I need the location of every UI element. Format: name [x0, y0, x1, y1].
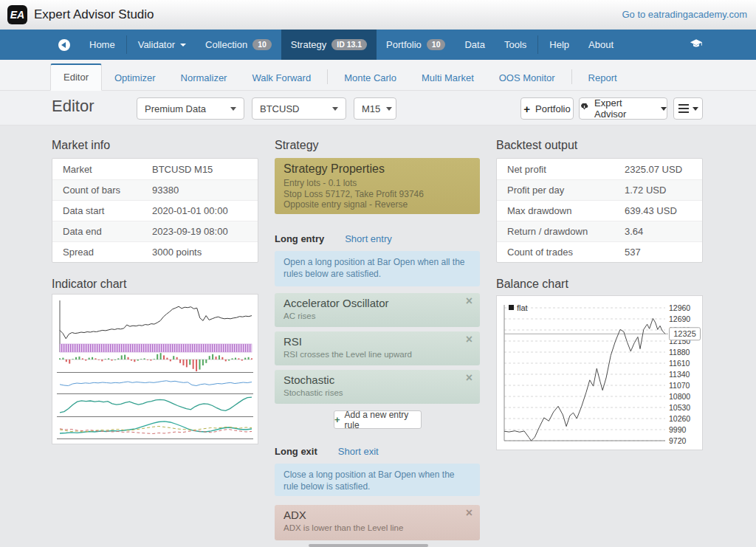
exit-info-box: Close a long position at Bar Open when t… — [275, 464, 480, 496]
row-value: 537 — [625, 247, 641, 258]
external-site-link[interactable]: Go to eatradingacademy.com — [622, 9, 747, 20]
tab-short-exit[interactable]: Short exit — [338, 446, 379, 457]
indicator-chart-title: Indicator chart — [52, 278, 126, 291]
close-icon[interactable]: × — [466, 371, 472, 385]
close-icon[interactable]: × — [466, 333, 472, 346]
expert-advisor-button[interactable]: Expert Advisor — [579, 97, 667, 120]
nav-about-label: About — [588, 39, 614, 50]
tab-divider — [327, 69, 328, 84]
table-row: Data end 2023-09-19 08:00 — [52, 221, 258, 241]
nav-data-label: Data — [464, 39, 484, 50]
svg-text:11070: 11070 — [669, 381, 690, 390]
close-icon[interactable]: × — [466, 295, 472, 308]
nav-collection-label: Collection — [205, 39, 247, 50]
row-value: 2325.07 USD — [625, 164, 682, 175]
tab-short-entry[interactable]: Short entry — [345, 233, 392, 244]
close-icon[interactable]: × — [466, 506, 472, 520]
strategy-properties-card[interactable]: Strategy Properties Entry lots - 0.1 lot… — [275, 158, 480, 214]
row-label: Net profit — [497, 164, 625, 175]
svg-text:9990: 9990 — [669, 425, 687, 434]
table-row: Net profit 2325.07 USD — [497, 159, 702, 179]
rule-description: Stochastic rises — [284, 388, 471, 397]
add-entry-rule-button[interactable]: + Add a new entry rule — [334, 410, 422, 429]
svg-text:12960: 12960 — [669, 303, 690, 312]
row-label: Market — [52, 164, 152, 175]
backtest-output-title: Backtest output — [496, 139, 577, 152]
rule-name: RSI — [284, 335, 471, 348]
svg-text:10800: 10800 — [669, 392, 690, 401]
graduation-cap-icon[interactable] — [690, 38, 703, 52]
timeframe-select[interactable]: M15 — [354, 97, 396, 120]
nav-divider — [126, 35, 127, 54]
symbol-select[interactable]: BTCUSD — [252, 97, 346, 120]
rule-description: RSI crosses the Level line upward — [284, 350, 471, 359]
row-value: 1.72 USD — [625, 185, 666, 196]
row-value: 93380 — [152, 185, 179, 196]
nav-portfolio-label: Portfolio — [386, 39, 422, 50]
table-row: Spread 3000 points — [52, 241, 258, 262]
row-label: Spread — [52, 247, 152, 258]
entry-rule-stochastic[interactable]: Stochastic Stochastic rises × — [275, 370, 480, 404]
balance-chart-canvas: 1296012690124201215011880116101134011070… — [497, 296, 702, 450]
nav-item-about[interactable]: About — [579, 30, 623, 60]
nav-item-home[interactable]: Home — [80, 30, 125, 60]
nav-home-label: Home — [89, 39, 115, 50]
nav-item-data[interactable]: Data — [455, 30, 494, 60]
nav-item-portfolio[interactable]: Portfolio 10 — [377, 30, 455, 60]
row-label: Return / drawdown — [497, 226, 625, 237]
tab-monte-carlo[interactable]: Monte Carlo — [331, 66, 409, 91]
tab-optimizer[interactable]: Optimizer — [102, 66, 168, 91]
table-row: Count of trades 537 — [497, 241, 702, 262]
svg-text:9720: 9720 — [669, 436, 687, 445]
row-label: Profit per day — [497, 185, 625, 196]
rule-description: ADX is lower than the Level line — [284, 523, 471, 532]
entry-rule-rsi[interactable]: RSI RSI crosses the Level line upward × — [275, 331, 480, 365]
nav-item-validator[interactable]: Validator — [128, 30, 196, 60]
chevron-down-icon — [230, 107, 236, 111]
tab-long-exit[interactable]: Long exit — [275, 446, 317, 457]
nav-validator-label: Validator — [138, 39, 175, 50]
nav-item-strategy[interactable]: Strategy ID 13.1 — [281, 30, 377, 60]
balance-chart: 1296012690124201215011880116101134011070… — [496, 295, 703, 450]
nav-item-help[interactable]: Help — [540, 30, 579, 60]
back-arrow-icon — [58, 39, 70, 51]
tab-walk-forward[interactable]: Walk Forward — [239, 66, 323, 91]
tab-oos-monitor[interactable]: OOS Monitor — [487, 66, 568, 91]
svg-text:11610: 11610 — [669, 359, 690, 368]
more-options-menu-button[interactable] — [673, 97, 703, 120]
nav-item-collection[interactable]: Collection 10 — [196, 30, 281, 60]
nav-back-button[interactable] — [49, 30, 80, 60]
rule-name: Accelerator Oscillator — [284, 297, 471, 309]
sub-tabs-strip: Editor Optimizer Normalizer Walk Forward… — [0, 60, 756, 91]
sub-tabs: Editor Optimizer Normalizer Walk Forward… — [50, 63, 630, 91]
exit-rule-adx[interactable]: ADX ADX is lower than the Level line × — [275, 505, 480, 540]
tab-normalizer[interactable]: Normalizer — [168, 66, 240, 91]
table-row: Count of bars 93380 — [52, 179, 258, 200]
tab-report[interactable]: Report — [576, 66, 630, 91]
svg-text:11340: 11340 — [669, 370, 690, 379]
data-source-select[interactable]: Premium Data — [137, 97, 244, 120]
chevron-down-icon — [332, 107, 338, 111]
balance-legend-flat: flat — [517, 303, 528, 312]
table-row: Profit per day 1.72 USD — [497, 179, 702, 200]
chevron-down-icon — [661, 107, 667, 111]
tab-editor[interactable]: Editor — [50, 63, 102, 91]
table-row: Data start 2020-01-01 00:00 — [52, 200, 258, 221]
svg-text:10530: 10530 — [669, 403, 690, 412]
video-progress-artifact — [309, 544, 428, 547]
tab-multi-market[interactable]: Multi Market — [409, 66, 487, 91]
symbol-value: BTCUSD — [260, 103, 299, 114]
add-to-portfolio-button[interactable]: + Portfolio — [520, 97, 574, 120]
tab-long-entry[interactable]: Long entry — [275, 233, 324, 244]
row-value: 2020-01-01 00:00 — [152, 205, 228, 216]
balance-chart-title: Balance chart — [496, 278, 568, 291]
market-info-title: Market info — [52, 139, 110, 152]
entry-rule-accelerator-oscillator[interactable]: Accelerator Oscillator AC rises × — [275, 293, 480, 327]
ea-logo: EA — [7, 5, 27, 24]
nav-item-tools[interactable]: Tools — [495, 30, 536, 60]
add-rule-label: Add a new entry rule — [345, 410, 421, 430]
portfolio-count-badge: 10 — [427, 39, 446, 51]
portfolio-button-label: Portfolio — [535, 103, 571, 114]
indicator-chart-canvas — [52, 295, 258, 444]
nav-divider — [537, 35, 538, 54]
